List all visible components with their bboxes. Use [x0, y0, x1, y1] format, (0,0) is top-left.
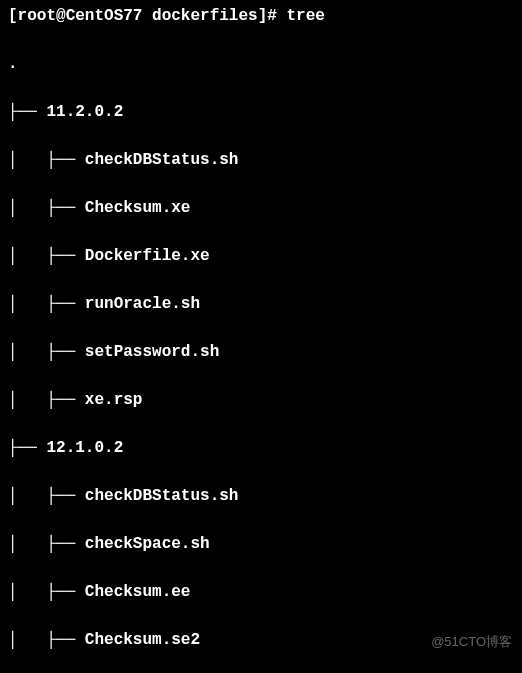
- tree-file: │ ├── Checksum.ee: [8, 580, 514, 604]
- tree-dir: ├── 12.1.0.2: [8, 436, 514, 460]
- tree-file: │ ├── checkDBStatus.sh: [8, 148, 514, 172]
- tree-file: │ ├── checkDBStatus.sh: [8, 484, 514, 508]
- tree-file: │ ├── runOracle.sh: [8, 292, 514, 316]
- command-input: tree: [287, 7, 325, 25]
- tree-file: │ ├── Checksum.xe: [8, 196, 514, 220]
- tree-file: │ ├── setPassword.sh: [8, 340, 514, 364]
- tree-file: │ ├── xe.rsp: [8, 388, 514, 412]
- tree-dir: ├── 11.2.0.2: [8, 100, 514, 124]
- shell-prompt[interactable]: [root@CentOS77 dockerfiles]# tree: [8, 4, 514, 28]
- tree-output: . ├── 11.2.0.2 │ ├── checkDBStatus.sh │ …: [8, 28, 514, 673]
- tree-root: .: [8, 52, 514, 76]
- watermark: @51CTO博客: [431, 632, 512, 652]
- tree-file: │ ├── checkSpace.sh: [8, 532, 514, 556]
- tree-file: │ ├── Dockerfile.xe: [8, 244, 514, 268]
- prompt-text: [root@CentOS77 dockerfiles]#: [8, 7, 287, 25]
